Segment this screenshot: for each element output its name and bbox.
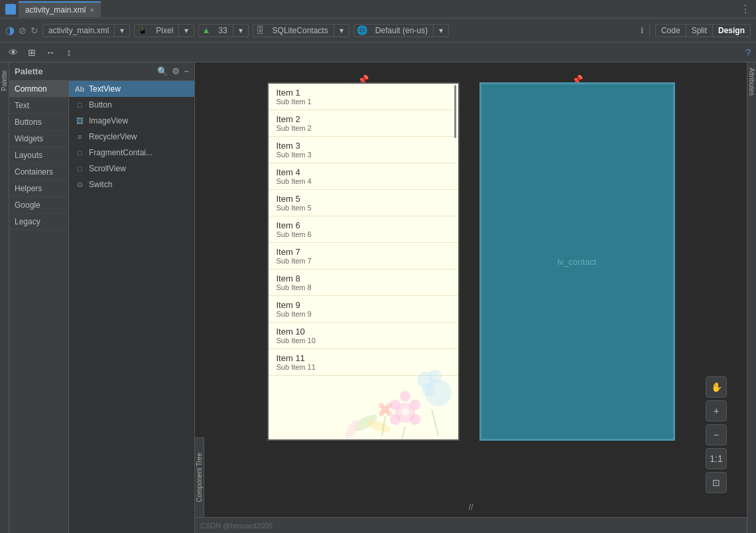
component-tree-label: Component Tree	[196, 453, 203, 502]
palette-header-icons: 🔍 ⚙ −	[157, 66, 189, 76]
locale-arrow[interactable]: ▾	[434, 25, 448, 37]
cat-widgets[interactable]: Widgets	[9, 131, 68, 147]
list-item-sub-5: Sub Item 5	[277, 204, 450, 212]
palette-item-textview[interactable]: Ab TextView	[69, 81, 194, 97]
list-item-title-1: Item 1	[277, 88, 450, 98]
svg-line-21	[432, 410, 438, 436]
palette-settings-icon[interactable]: ⚙	[172, 66, 180, 76]
svg-point-15	[379, 403, 384, 408]
refresh-icon[interactable]: ↻	[31, 25, 38, 36]
attributes-tab-label[interactable]: Attributes	[748, 68, 755, 96]
zoom-in-btn[interactable]: +	[706, 400, 727, 421]
palette-content: Common Text Buttons Widgets Layouts Cont…	[9, 81, 194, 533]
help-icon[interactable]: ?	[745, 47, 751, 58]
eye-toggle-btn[interactable]: 👁	[5, 44, 21, 60]
list-item-sub-7: Sub Item 7	[277, 257, 450, 265]
attributes-side-tab[interactable]: Attributes	[747, 62, 756, 533]
db-btn[interactable]: SQLiteContacts	[267, 25, 334, 37]
copyright-text: CSDN @hoscard2005	[200, 522, 273, 530]
toolbar-right: ℹ Code Split Design	[641, 24, 751, 37]
cat-google[interactable]: Google	[9, 197, 68, 214]
file-dropdown-btn[interactable]: activity_main.xml	[43, 25, 115, 37]
canvas-area[interactable]: 📌 Item 1Sub Item 1 Item 2Sub Item 2 Item…	[195, 62, 747, 533]
list-item: Item 1Sub Item 1	[269, 84, 458, 110]
palette-item-scrollview[interactable]: □ ScrollView	[69, 161, 194, 177]
palette-minimize-icon[interactable]: −	[184, 66, 189, 76]
svg-point-17	[379, 411, 384, 416]
palette-tab-label[interactable]: Palette	[0, 68, 9, 94]
palette-item-recyclerview[interactable]: ≡ RecyclerView	[69, 129, 194, 145]
file-tab[interactable]: activity_main.xml ×	[19, 1, 101, 17]
zoom-out-btn[interactable]: −	[706, 424, 727, 445]
list-item-title-6: Item 6	[277, 220, 450, 230]
imageview-icon: 🖼	[74, 115, 85, 126]
design-view-icon[interactable]: ◑	[5, 24, 15, 37]
palette-panel: Palette 🔍 ⚙ − Common Text Buttons Widget…	[9, 62, 195, 533]
cat-layouts[interactable]: Layouts	[9, 147, 68, 164]
list-item-title-2: Item 2	[277, 114, 450, 124]
main-layout: Palette Palette 🔍 ⚙ − Common Text Button…	[0, 62, 756, 533]
cat-common[interactable]: Common	[9, 81, 68, 98]
svg-line-19	[382, 416, 385, 436]
fit-btn[interactable]: ⊡	[706, 472, 727, 493]
arrow-v-btn[interactable]: ↕	[61, 44, 77, 60]
locale-selector-group: 🌐 Default (en-us) ▾	[353, 24, 449, 37]
ratio-label: 1:1	[710, 453, 722, 464]
list-item-title-9: Item 9	[277, 300, 450, 310]
cat-buttons[interactable]: Buttons	[9, 114, 68, 131]
title-bar-menu-icon[interactable]: ⋮	[740, 3, 751, 15]
device-arrow[interactable]: ▾	[179, 25, 194, 37]
list-item: Item 9Sub Item 9	[269, 296, 458, 323]
list-item-sub-11: Sub Item 11	[277, 363, 450, 371]
scrollbar[interactable]	[454, 84, 457, 439]
cat-helpers[interactable]: Helpers	[9, 181, 68, 197]
component-tree-tab[interactable]: Component Tree	[195, 437, 204, 517]
ratio-btn[interactable]: 1:1	[706, 448, 727, 469]
svg-line-20	[402, 426, 405, 439]
db-arrow[interactable]: ▾	[334, 25, 349, 37]
lv-contact-label: lv_contact	[558, 257, 597, 267]
scrollbar-thumb	[454, 85, 456, 138]
palette-side-tab[interactable]: Palette	[0, 62, 9, 533]
cat-containers[interactable]: Containers	[9, 164, 68, 181]
palette-search-icon[interactable]: 🔍	[157, 66, 168, 76]
cat-text[interactable]: Text	[9, 98, 68, 114]
palette-item-button[interactable]: □ Button	[69, 97, 194, 113]
tab-close-icon[interactable]: ×	[90, 6, 94, 14]
info-icon[interactable]: ℹ	[641, 26, 644, 35]
design-mode-btn[interactable]: Design	[713, 25, 750, 37]
view-mode-group: Code Split Design	[655, 24, 751, 37]
device-btn[interactable]: Pixel	[151, 25, 179, 37]
warning-icon[interactable]: ⊘	[19, 25, 27, 36]
list-item-title-7: Item 7	[277, 247, 450, 257]
title-bar: activity_main.xml × ⋮	[0, 0, 756, 19]
canvas-tools: ✋ + − 1:1 ⊡	[706, 376, 727, 493]
hand-icon: ✋	[711, 382, 722, 392]
phone-icon: 📱	[135, 25, 151, 35]
list-item-sub-10: Sub Item 10	[277, 337, 450, 344]
list-item-sub-9: Sub Item 9	[277, 310, 450, 318]
palette-items: Ab TextView □ Button 🖼 ImageView ≡ Recyc…	[69, 81, 194, 533]
api-arrow[interactable]: ▾	[233, 25, 248, 37]
recyclerview-icon: ≡	[74, 131, 85, 142]
list-item-title-8: Item 8	[277, 273, 450, 283]
svg-point-6	[401, 408, 409, 416]
palette-item-switch[interactable]: ⊙ Switch	[69, 177, 194, 192]
split-mode-btn[interactable]: Split	[686, 25, 713, 37]
api-btn[interactable]: 33	[213, 25, 233, 37]
list-item: Item 8Sub Item 8	[269, 269, 458, 296]
code-mode-btn[interactable]: Code	[656, 25, 686, 37]
hand-tool-btn[interactable]: ✋	[706, 376, 727, 398]
palette-item-fragmentcontainer[interactable]: □ FragmentContai...	[69, 145, 194, 161]
grid-toggle-btn[interactable]: ⊞	[24, 44, 40, 60]
arrow-h-btn[interactable]: ↔	[42, 44, 58, 60]
locale-btn[interactable]: Default (en-us)	[370, 25, 434, 37]
list-item-title-3: Item 3	[277, 141, 450, 151]
palette-item-imageview[interactable]: 🖼 ImageView	[69, 113, 194, 129]
cat-legacy[interactable]: Legacy	[9, 214, 68, 230]
right-phone-screen: lv_contact	[479, 82, 675, 441]
file-dropdown-arrow[interactable]: ▾	[115, 25, 129, 37]
svg-point-4	[410, 414, 420, 425]
svg-point-5	[390, 414, 401, 425]
list-item: Item 7Sub Item 7	[269, 243, 458, 269]
